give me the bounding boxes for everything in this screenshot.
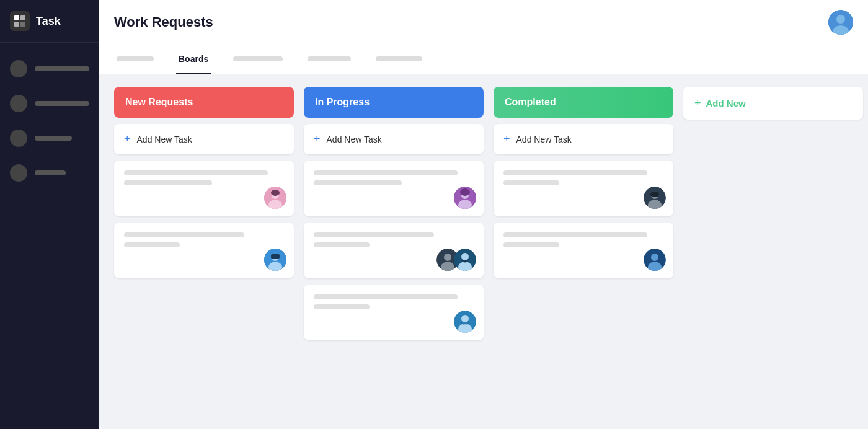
task-card-7[interactable]	[494, 223, 673, 278]
tab-5[interactable]	[373, 48, 425, 71]
sidebar-dot-2	[10, 95, 27, 112]
column-add-new: + Add New	[683, 87, 863, 417]
task-line	[503, 232, 647, 237]
task-card-2[interactable]	[114, 223, 294, 278]
add-task-label-in-progress: Add New Task	[327, 135, 382, 144]
sidebar-line-3	[35, 136, 72, 141]
sidebar-dot-3	[10, 130, 27, 147]
tab-placeholder-4	[308, 56, 351, 61]
sidebar-dot-1	[10, 60, 27, 77]
sidebar-nav	[0, 43, 99, 199]
task-card-4[interactable]	[304, 223, 484, 278]
add-task-new-requests[interactable]: + Add New Task	[114, 124, 294, 154]
plus-icon-new-requests: +	[124, 133, 131, 146]
svg-rect-31	[650, 192, 659, 197]
logo-icon	[10, 11, 30, 31]
task-line	[503, 180, 559, 185]
task-card-3[interactable]	[304, 161, 484, 216]
column-header-completed: Completed	[494, 87, 673, 118]
task-line	[314, 242, 370, 247]
user-avatar[interactable]	[828, 10, 853, 35]
task-line	[124, 242, 180, 247]
plus-icon-in-progress: +	[314, 133, 321, 146]
header: Work Requests	[99, 0, 868, 45]
svg-point-18	[460, 188, 470, 196]
tab-placeholder-5	[376, 56, 422, 61]
column-header-new-requests: New Requests	[114, 87, 294, 118]
task-avatars-4	[436, 249, 476, 271]
task-avatar-female1	[264, 187, 286, 209]
task-line	[314, 232, 434, 237]
task-line	[314, 170, 458, 175]
svg-point-20	[444, 254, 451, 261]
svg-point-5	[836, 15, 845, 24]
tab-3[interactable]	[231, 48, 285, 71]
sidebar-item-1[interactable]	[0, 53, 99, 85]
tab-boards[interactable]: Boards	[176, 45, 211, 74]
column-completed: Completed + Add New Task	[494, 87, 673, 417]
svg-point-23	[461, 253, 469, 260]
tab-1[interactable]	[114, 48, 156, 71]
column-title-completed: Completed	[505, 97, 556, 107]
sidebar-dot-4	[10, 164, 27, 182]
task-avatar-male1	[264, 249, 286, 271]
sidebar-line-1	[35, 66, 89, 71]
main-content: Work Requests Boards	[99, 0, 868, 429]
svg-rect-14	[271, 254, 280, 259]
column-title-new-requests: New Requests	[125, 97, 193, 107]
task-line	[124, 180, 212, 185]
column-title-in-progress: In Progress	[315, 97, 370, 107]
task-card-6[interactable]	[494, 161, 673, 216]
column-header-in-progress: In Progress	[304, 87, 484, 118]
add-task-label-completed: Add New Task	[516, 135, 572, 144]
task-line	[124, 170, 268, 175]
svg-rect-1	[20, 15, 25, 20]
sidebar: Task	[0, 0, 99, 429]
sidebar-line-4	[35, 170, 66, 175]
sidebar-line-2	[35, 101, 89, 106]
sidebar-logo: Task	[0, 0, 99, 43]
task-line	[314, 180, 402, 185]
board-area: New Requests + Add New Task	[99, 74, 868, 429]
column-new-requests: New Requests + Add New Task	[114, 87, 294, 417]
page-title: Work Requests	[114, 14, 213, 30]
task-avatar-female2	[454, 187, 476, 209]
svg-rect-0	[14, 15, 19, 20]
svg-rect-2	[14, 22, 19, 27]
task-card-5[interactable]	[304, 285, 484, 340]
add-new-label: Add New	[706, 98, 746, 108]
task-line	[314, 304, 370, 309]
svg-point-26	[461, 315, 469, 322]
column-in-progress: In Progress + Add New Task	[304, 87, 484, 417]
task-line	[124, 232, 244, 237]
add-new-button[interactable]: + Add New	[683, 87, 863, 120]
sidebar-item-3[interactable]	[0, 122, 99, 154]
task-line	[314, 294, 458, 299]
add-task-in-progress[interactable]: + Add New Task	[304, 124, 484, 154]
task-avatar-male-beard2	[454, 311, 476, 333]
logo-text: Task	[36, 15, 61, 28]
task-line	[503, 170, 647, 175]
svg-rect-3	[20, 22, 25, 27]
tab-boards-label: Boards	[179, 54, 208, 64]
tab-placeholder-3	[233, 56, 283, 61]
task-line	[503, 242, 559, 247]
add-task-label-new-requests: Add New Task	[137, 135, 192, 144]
task-avatar-male-beard	[454, 249, 476, 271]
svg-point-33	[651, 254, 658, 261]
sidebar-item-4[interactable]	[0, 157, 99, 189]
tabs-bar: Boards	[99, 45, 868, 74]
plus-icon-completed: +	[503, 133, 510, 146]
task-card-1[interactable]	[114, 161, 294, 216]
svg-point-10	[271, 190, 280, 196]
add-task-completed[interactable]: + Add New Task	[494, 124, 673, 154]
sidebar-item-2[interactable]	[0, 87, 99, 120]
plus-icon-add-new: +	[694, 97, 701, 110]
tab-4[interactable]	[305, 48, 353, 71]
task-avatar-c1	[644, 187, 666, 209]
task-avatar-c2	[644, 249, 666, 271]
tab-placeholder-1	[117, 56, 154, 61]
